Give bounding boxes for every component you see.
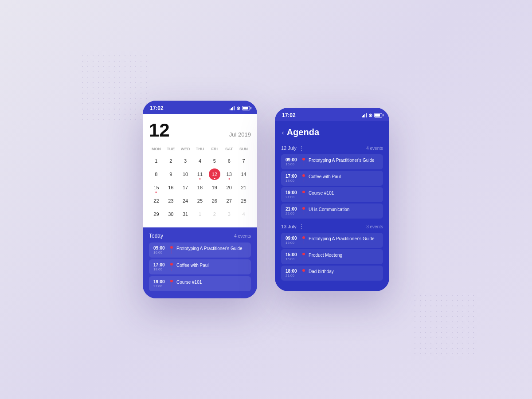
event-dot-line bbox=[302, 236, 305, 244]
event-time: 21:00 22:00 bbox=[286, 207, 299, 215]
cal-day[interactable]: 9 bbox=[164, 168, 178, 180]
event-title: Product Meeteng bbox=[309, 252, 342, 258]
wifi-icon: ⊛ bbox=[236, 106, 240, 111]
cal-day[interactable]: 2 bbox=[207, 208, 222, 220]
cal-day[interactable]: 23 bbox=[164, 195, 178, 207]
cal-day[interactable]: 21 bbox=[236, 181, 251, 194]
event-dot bbox=[302, 269, 305, 272]
agenda-event-item[interactable]: 15:00 16:00 Product Meeteng bbox=[281, 249, 383, 264]
cal-day[interactable]: 25 bbox=[193, 195, 207, 207]
agenda-event-item[interactable]: 18:00 21:00 Dad birthday bbox=[281, 266, 383, 281]
time-2: 17:02 bbox=[282, 112, 296, 118]
event-dot-line bbox=[302, 269, 305, 277]
event-item[interactable]: 09:00 16:00 Prototyping A Practitioner's… bbox=[149, 243, 251, 258]
event-dot bbox=[302, 174, 305, 177]
event-title: Prototyping A Practitioner's Guide bbox=[309, 157, 375, 163]
event-title: Prototyping A Practitioner's Guide bbox=[309, 236, 375, 241]
cal-day[interactable]: 14 bbox=[236, 168, 251, 180]
cal-day[interactable]: 31 bbox=[178, 208, 193, 220]
signal-icon-2 bbox=[362, 113, 367, 117]
event-time: 09:00 16:00 bbox=[286, 157, 299, 166]
cal-day[interactable]: 17 bbox=[178, 181, 193, 194]
day-group: 12 July ⋮ 4 events 09:00 16:00 Prototypi… bbox=[281, 145, 383, 219]
cal-day[interactable]: 3 bbox=[178, 155, 193, 167]
day-group-count: 3 events bbox=[366, 224, 383, 229]
agenda-today-label: Today bbox=[149, 233, 163, 239]
agenda-event-item[interactable]: 09:00 16:00 Prototyping A Practitioner's… bbox=[281, 233, 383, 248]
event-dot bbox=[302, 207, 305, 210]
cal-day[interactable]: 18 bbox=[193, 181, 207, 194]
event-title: Coffee with Paul bbox=[176, 262, 209, 268]
event-dot bbox=[170, 263, 173, 266]
event-title: Coffee with Paul bbox=[309, 174, 341, 179]
events-list-1: 09:00 16:00 Prototyping A Practitioner's… bbox=[149, 243, 251, 291]
day-group-count: 4 events bbox=[366, 146, 383, 151]
day-group-date: 13 July ⋮ bbox=[281, 223, 304, 230]
event-line bbox=[172, 283, 172, 288]
event-item[interactable]: 17:00 18:00 Coffee with Paul bbox=[149, 259, 251, 274]
event-title: Course #101 bbox=[176, 279, 202, 285]
event-dot-line bbox=[302, 207, 305, 215]
cal-day[interactable]: 28 bbox=[236, 195, 251, 207]
event-dot bbox=[170, 246, 173, 249]
menu-dots-icon: ⋮ bbox=[298, 145, 304, 152]
phone-calendar: 17:02 ⊛ 12 Jul 2019 MON TUE WED THU FRI … bbox=[143, 101, 257, 298]
event-dot bbox=[302, 253, 305, 255]
status-bar-2: 17:02 ⊛ bbox=[275, 108, 389, 121]
status-icons-1: ⊛ bbox=[230, 106, 250, 111]
cal-day[interactable]: 29 bbox=[149, 208, 164, 220]
cal-day[interactable]: 10 bbox=[178, 168, 193, 180]
cal-day[interactable]: 6 bbox=[222, 155, 236, 167]
wifi-icon-2: ⊛ bbox=[368, 113, 372, 118]
cal-day[interactable]: 1 bbox=[149, 155, 164, 167]
agenda-title: Agenda bbox=[287, 127, 319, 137]
cal-day[interactable]: 12 bbox=[209, 168, 220, 180]
cal-day[interactable]: 20 bbox=[222, 181, 236, 194]
calendar-grid: 1234567891011121314151617181920212223242… bbox=[149, 155, 251, 220]
cal-day[interactable]: 19 bbox=[207, 181, 222, 194]
cal-day[interactable]: 15 bbox=[149, 181, 164, 194]
cal-day[interactable]: 1 bbox=[193, 208, 207, 220]
cal-day[interactable]: 16 bbox=[164, 181, 178, 194]
agenda-event-item[interactable]: 19:00 21:00 Course #101 bbox=[281, 187, 383, 202]
event-time: 17:00 18:00 bbox=[286, 174, 299, 183]
event-dot-line bbox=[302, 252, 305, 261]
agenda-scroll: 12 July ⋮ 4 events 09:00 16:00 Prototypi… bbox=[275, 141, 389, 291]
back-button[interactable]: ‹ bbox=[282, 129, 284, 136]
cal-day[interactable]: 30 bbox=[164, 208, 178, 220]
cal-day[interactable]: 8 bbox=[149, 168, 164, 180]
cal-day[interactable]: 2 bbox=[164, 155, 178, 167]
cal-day[interactable]: 26 bbox=[207, 195, 222, 207]
event-time: 09:00 16:00 bbox=[153, 246, 167, 254]
calendar-current-day: 12 bbox=[149, 121, 170, 140]
cal-day[interactable]: 4 bbox=[236, 208, 251, 220]
event-dot-line bbox=[170, 262, 173, 271]
day-group-header: 12 July ⋮ 4 events bbox=[281, 145, 383, 152]
cal-day[interactable]: 4 bbox=[193, 155, 207, 167]
cal-day[interactable]: 11 bbox=[193, 168, 207, 180]
event-dot bbox=[302, 191, 305, 193]
event-time: 09:00 16:00 bbox=[286, 236, 299, 245]
event-dot-line bbox=[170, 246, 173, 254]
cal-day[interactable]: 3 bbox=[222, 208, 236, 220]
cal-day[interactable]: 24 bbox=[178, 195, 193, 207]
event-title: Dad birthday bbox=[309, 269, 334, 274]
agenda-event-item[interactable]: 17:00 18:00 Coffee with Paul bbox=[281, 171, 383, 186]
event-line bbox=[304, 273, 304, 277]
status-icons-2: ⊛ bbox=[362, 113, 382, 118]
cal-day[interactable]: 7 bbox=[236, 155, 251, 167]
cal-day[interactable]: 22 bbox=[149, 195, 164, 207]
agenda-event-count-1: 4 events bbox=[234, 234, 251, 239]
time-1: 17:02 bbox=[150, 105, 164, 111]
cal-day[interactable]: 27 bbox=[222, 195, 236, 207]
event-line bbox=[304, 194, 304, 199]
agenda-header: ‹ Agenda bbox=[275, 121, 389, 141]
agenda-event-item[interactable]: 09:00 16:00 Prototyping A Practitioner's… bbox=[281, 154, 383, 169]
event-item[interactable]: 19:00 21:00 Course #101 bbox=[149, 276, 251, 291]
agenda-event-item[interactable]: 21:00 22:00 UI is Communication bbox=[281, 203, 383, 219]
calendar-header: 12 Jul 2019 bbox=[149, 121, 251, 140]
cal-day[interactable]: 13 bbox=[222, 168, 236, 180]
cal-day[interactable]: 5 bbox=[207, 155, 222, 167]
event-dot-line bbox=[302, 157, 305, 166]
event-time: 15:00 16:00 bbox=[286, 252, 299, 261]
